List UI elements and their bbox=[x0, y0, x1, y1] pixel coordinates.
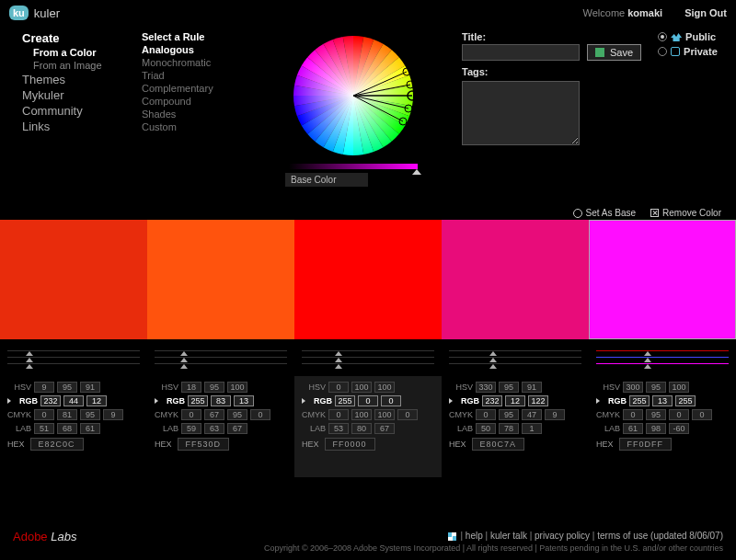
visibility-public[interactable]: Public bbox=[658, 31, 718, 42]
value-cell[interactable]: 95 bbox=[57, 382, 77, 393]
swatch[interactable] bbox=[0, 220, 147, 339]
value-cell[interactable]: 0 bbox=[381, 395, 401, 406]
swatch[interactable] bbox=[294, 220, 442, 339]
value-cell[interactable]: 0 bbox=[250, 409, 270, 420]
value-cell[interactable]: 0 bbox=[328, 409, 349, 420]
value-cell[interactable]: 12 bbox=[86, 395, 107, 406]
value-cell[interactable]: 61 bbox=[80, 423, 100, 434]
nav-themes[interactable]: Themes bbox=[22, 73, 142, 86]
visibility-private[interactable]: Private bbox=[658, 46, 718, 57]
swatch[interactable] bbox=[442, 220, 589, 339]
title-input[interactable] bbox=[462, 44, 580, 61]
nav-from-color[interactable]: From a Color bbox=[22, 47, 142, 58]
value-cell[interactable]: -60 bbox=[669, 423, 689, 434]
hex-cell[interactable]: FF530D bbox=[178, 438, 230, 451]
nav-mykuler[interactable]: Mykuler bbox=[22, 88, 142, 102]
value-cell[interactable]: 53 bbox=[328, 423, 349, 434]
value-cell[interactable]: 95 bbox=[204, 382, 224, 393]
value-cell[interactable]: 1 bbox=[522, 423, 542, 434]
value-cell[interactable]: 255 bbox=[629, 395, 650, 406]
slider-column[interactable] bbox=[294, 339, 442, 376]
slider-column[interactable] bbox=[147, 339, 294, 376]
slider-column[interactable] bbox=[589, 339, 736, 376]
value-cell[interactable]: 95 bbox=[646, 382, 666, 393]
value-cell[interactable]: 0 bbox=[623, 409, 643, 420]
value-cell[interactable]: 0 bbox=[181, 409, 201, 420]
value-cell[interactable]: 67 bbox=[227, 423, 247, 434]
value-cell[interactable]: 0 bbox=[328, 382, 349, 393]
value-cell[interactable]: 78 bbox=[499, 423, 519, 434]
value-cell[interactable]: 0 bbox=[358, 395, 378, 406]
set-as-base-button[interactable]: Set As Base bbox=[573, 208, 636, 218]
value-cell[interactable]: 51 bbox=[34, 423, 54, 434]
hex-cell[interactable]: FF0000 bbox=[325, 438, 375, 451]
rule-item[interactable]: Triad bbox=[142, 70, 270, 81]
value-cell[interactable]: 68 bbox=[57, 423, 77, 434]
value-cell[interactable]: 59 bbox=[181, 423, 201, 434]
slider-column[interactable] bbox=[0, 339, 147, 376]
value-cell[interactable]: 91 bbox=[80, 382, 100, 393]
value-cell[interactable]: 50 bbox=[476, 423, 496, 434]
value-cell[interactable]: 0 bbox=[692, 409, 712, 420]
footer-link[interactable]: help bbox=[466, 531, 483, 541]
value-cell[interactable]: 81 bbox=[57, 409, 77, 420]
value-cell[interactable]: 100 bbox=[351, 382, 372, 393]
sign-out-link[interactable]: Sign Out bbox=[684, 7, 727, 18]
value-cell[interactable]: 95 bbox=[227, 409, 247, 420]
save-button[interactable]: Save bbox=[587, 44, 641, 61]
rule-item[interactable]: Custom bbox=[142, 121, 270, 132]
value-cell[interactable]: 232 bbox=[40, 395, 61, 406]
value-cell[interactable]: 100 bbox=[351, 409, 372, 420]
tags-input[interactable] bbox=[462, 81, 580, 145]
value-cell[interactable]: 100 bbox=[669, 382, 689, 393]
nav-links[interactable]: Links bbox=[22, 120, 142, 133]
remove-color-button[interactable]: Remove Color bbox=[650, 208, 721, 218]
nav-from-image[interactable]: From an Image bbox=[22, 60, 142, 71]
value-cell[interactable]: 0 bbox=[34, 409, 54, 420]
footer-link[interactable]: kuler talk bbox=[490, 531, 527, 541]
value-cell[interactable]: 9 bbox=[103, 409, 123, 420]
value-cell[interactable]: 100 bbox=[227, 382, 247, 393]
value-cell[interactable]: 61 bbox=[623, 423, 643, 434]
value-cell[interactable]: 232 bbox=[482, 395, 502, 406]
color-wheel[interactable]: Base Color bbox=[270, 31, 436, 206]
rule-item[interactable]: Compound bbox=[142, 96, 270, 107]
footer-link[interactable]: privacy policy bbox=[535, 531, 590, 541]
hex-cell[interactable]: E80C7A bbox=[472, 438, 525, 451]
value-cell[interactable]: 91 bbox=[522, 382, 542, 393]
swatch[interactable] bbox=[589, 220, 736, 339]
value-cell[interactable]: 9 bbox=[34, 382, 54, 393]
nav-create[interactable]: Create bbox=[22, 31, 142, 45]
value-cell[interactable]: 95 bbox=[646, 409, 666, 420]
hex-cell[interactable]: FF0DFF bbox=[619, 438, 673, 451]
value-cell[interactable]: 255 bbox=[675, 395, 696, 406]
hex-cell[interactable]: E82C0C bbox=[30, 438, 84, 451]
value-cell[interactable]: 0 bbox=[669, 409, 689, 420]
value-cell[interactable]: 95 bbox=[499, 382, 519, 393]
value-cell[interactable]: 100 bbox=[374, 382, 395, 393]
value-cell[interactable]: 44 bbox=[63, 395, 84, 406]
value-cell[interactable]: 80 bbox=[351, 423, 372, 434]
value-cell[interactable]: 0 bbox=[397, 409, 418, 420]
swatch[interactable] bbox=[147, 220, 294, 339]
value-cell[interactable]: 12 bbox=[505, 395, 525, 406]
value-cell[interactable]: 95 bbox=[80, 409, 100, 420]
slider-column[interactable] bbox=[442, 339, 589, 376]
rule-item[interactable]: Complementary bbox=[142, 83, 270, 94]
value-cell[interactable]: 255 bbox=[188, 395, 208, 406]
rule-item[interactable]: Monochromatic bbox=[142, 57, 270, 68]
nav-community[interactable]: Community bbox=[22, 104, 142, 118]
brightness-slider[interactable] bbox=[289, 164, 418, 169]
value-cell[interactable]: 300 bbox=[623, 382, 643, 393]
value-cell[interactable]: 83 bbox=[211, 395, 231, 406]
rule-item[interactable]: Shades bbox=[142, 109, 270, 120]
value-cell[interactable]: 9 bbox=[545, 409, 565, 420]
value-cell[interactable]: 67 bbox=[204, 409, 224, 420]
value-cell[interactable]: 95 bbox=[499, 409, 519, 420]
value-cell[interactable]: 67 bbox=[374, 423, 395, 434]
value-cell[interactable]: 255 bbox=[335, 395, 355, 406]
value-cell[interactable]: 100 bbox=[374, 409, 395, 420]
value-cell[interactable]: 122 bbox=[528, 395, 548, 406]
value-cell[interactable]: 18 bbox=[181, 382, 201, 393]
value-cell[interactable]: 98 bbox=[646, 423, 666, 434]
